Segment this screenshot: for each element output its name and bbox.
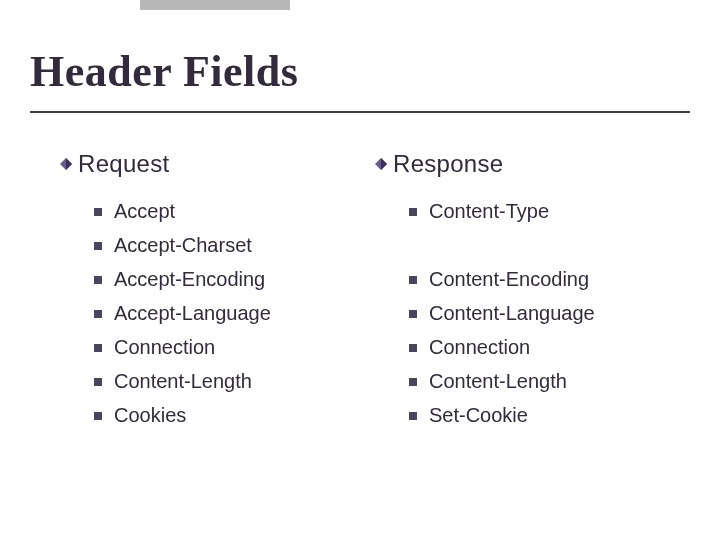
item-text: Connection	[114, 336, 215, 358]
square-bullet-icon	[94, 412, 102, 420]
item-text: Content-Language	[429, 302, 595, 324]
slide: Header Fields Request Accept Accept-Char…	[0, 0, 720, 540]
title-wrap: Header Fields	[30, 46, 690, 113]
square-bullet-icon	[409, 276, 417, 284]
item-text: Content-Length	[429, 370, 567, 392]
square-bullet-icon	[94, 208, 102, 216]
list-item: Content-Length	[409, 364, 690, 398]
request-heading: Request	[60, 150, 375, 178]
list-item: Accept-Encoding	[94, 262, 375, 296]
item-text: Connection	[429, 336, 530, 358]
list-item: Content-Language	[409, 296, 690, 330]
slide-title: Header Fields	[30, 46, 690, 113]
square-bullet-icon	[409, 208, 417, 216]
column-request: Request Accept Accept-Charset Accept-Enc…	[60, 150, 375, 432]
list-item: Content-Encoding	[409, 262, 690, 296]
diamond-bullet-icon	[375, 158, 387, 170]
item-text: Content-Type	[429, 200, 549, 222]
column-response: Response Content-Type Content-Encoding C…	[375, 150, 690, 432]
list-item: Content-Type	[409, 194, 690, 228]
square-bullet-icon	[94, 378, 102, 386]
item-text: Accept-Encoding	[114, 268, 265, 290]
response-heading: Response	[375, 150, 690, 178]
square-bullet-icon	[409, 412, 417, 420]
item-text: Accept-Charset	[114, 234, 252, 256]
response-list: Content-Type Content-Encoding Content-La…	[375, 194, 690, 432]
square-bullet-icon	[94, 344, 102, 352]
top-accent-bar	[140, 0, 290, 10]
request-list: Accept Accept-Charset Accept-Encoding Ac…	[60, 194, 375, 432]
list-item: Content-Length	[94, 364, 375, 398]
list-item: Accept	[94, 194, 375, 228]
item-text: Cookies	[114, 404, 186, 426]
diamond-bullet-icon	[60, 158, 72, 170]
list-item: Connection	[409, 330, 690, 364]
list-item: Accept-Charset	[94, 228, 375, 262]
svg-marker-1	[66, 158, 72, 170]
item-text: Accept	[114, 200, 175, 222]
square-bullet-icon	[409, 378, 417, 386]
list-item: Accept-Language	[94, 296, 375, 330]
list-item: Cookies	[94, 398, 375, 432]
list-item: Set-Cookie	[409, 398, 690, 432]
item-text: Set-Cookie	[429, 404, 528, 426]
square-bullet-icon	[409, 310, 417, 318]
square-bullet-icon	[94, 310, 102, 318]
square-bullet-icon	[94, 242, 102, 250]
response-heading-text: Response	[393, 150, 503, 177]
svg-marker-3	[381, 158, 387, 170]
columns: Request Accept Accept-Charset Accept-Enc…	[60, 150, 690, 432]
request-heading-text: Request	[78, 150, 170, 177]
item-text: Accept-Language	[114, 302, 271, 324]
item-text: Content-Encoding	[429, 268, 589, 290]
list-item: Connection	[94, 330, 375, 364]
item-text: Content-Length	[114, 370, 252, 392]
square-bullet-icon	[409, 344, 417, 352]
square-bullet-icon	[94, 276, 102, 284]
